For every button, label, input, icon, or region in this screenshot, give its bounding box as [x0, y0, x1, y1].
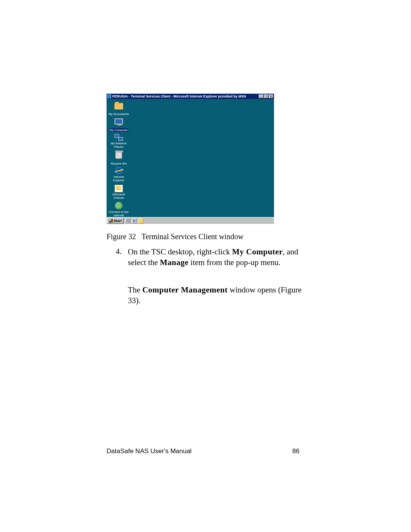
- desktop-icon-connect-internet[interactable]: Connect to the Internet: [108, 201, 129, 218]
- footer-title: DataSafe NAS User's Manual: [107, 447, 191, 455]
- desktop-icon-recycle-bin[interactable]: Recycle Bin: [108, 150, 129, 166]
- text: item from the pop-up menu.: [188, 258, 280, 267]
- network-places-icon: [115, 134, 123, 141]
- icon-label: My Computer: [109, 128, 128, 132]
- quick-launch-outlook-icon[interactable]: [138, 218, 143, 224]
- manual-page: { "window": { "title": "PERUGIA - Termin…: [0, 0, 411, 532]
- ui-term-computer-management: Computer Management: [142, 285, 228, 294]
- step-instruction: On the TSC desktop, right-click My Compu…: [128, 247, 303, 268]
- icon-label: Connect to the Internet: [108, 210, 129, 217]
- remote-desktop[interactable]: My Documents My Computer My Network Plac…: [107, 99, 274, 217]
- terminal-services-window: PERUGIA - Terminal Services Client - Mic…: [107, 94, 274, 224]
- recycle-bin-icon: [115, 151, 122, 159]
- windows-logo-icon: [109, 219, 113, 223]
- internet-explorer-icon: [114, 166, 123, 175]
- folder-icon: [114, 103, 123, 110]
- minimize-button[interactable]: _: [259, 94, 263, 98]
- taskbar[interactable]: Start: [107, 217, 274, 224]
- text: On the TSC desktop, right-click: [128, 247, 232, 256]
- computer-icon: [115, 118, 123, 125]
- ui-term-my-computer: My Computer: [232, 247, 283, 256]
- figure-caption: Figure 32 Terminal Services Client windo…: [107, 232, 244, 241]
- start-label: Start: [114, 219, 122, 223]
- step-result: The Computer Management window opens (Fi…: [128, 285, 303, 306]
- maximize-button[interactable]: □: [264, 94, 268, 98]
- desktop-icon-outlook[interactable]: Microsoft Outlook: [108, 184, 129, 200]
- desktop-icon-my-computer[interactable]: My Computer: [108, 117, 129, 133]
- outlook-icon: [115, 185, 123, 192]
- icon-label: My Network Places: [108, 142, 129, 149]
- window-title: PERUGIA - Terminal Services Client - Mic…: [112, 94, 259, 98]
- icon-label: My Documents: [108, 112, 129, 116]
- quick-launch-ie-icon[interactable]: [132, 218, 137, 224]
- show-desktop-icon[interactable]: [125, 218, 131, 224]
- quick-launch: [125, 218, 143, 224]
- ui-term-manage: Manage: [160, 258, 188, 267]
- ie-window-icon: [107, 94, 111, 98]
- page-number: 86: [292, 447, 299, 455]
- figure-title: Terminal Services Client window: [142, 232, 244, 241]
- start-button[interactable]: Start: [107, 218, 124, 224]
- desktop-icon-ie[interactable]: Internet Explorer: [108, 166, 129, 183]
- figure-number: Figure 32: [107, 232, 136, 241]
- window-titlebar[interactable]: PERUGIA - Terminal Services Client - Mic…: [107, 94, 274, 99]
- step-number: 4.: [116, 247, 122, 256]
- icon-label: Recycle Bin: [110, 162, 127, 165]
- connect-internet-icon: [115, 202, 123, 209]
- desktop-icon-my-network[interactable]: My Network Places: [108, 133, 129, 149]
- text: The: [128, 285, 142, 294]
- close-button[interactable]: ×: [269, 94, 273, 98]
- icon-label: Microsoft Outlook: [108, 193, 129, 200]
- icon-label: Internet Explorer: [108, 175, 129, 182]
- desktop-icon-my-documents[interactable]: My Documents: [108, 101, 129, 117]
